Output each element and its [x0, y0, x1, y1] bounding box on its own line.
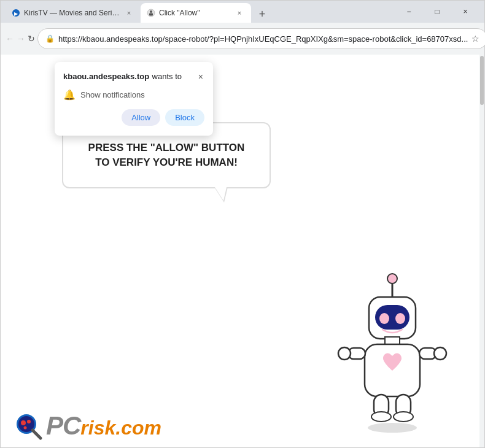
svg-point-26: [24, 427, 27, 430]
bell-icon: 🔔: [63, 89, 76, 101]
new-tab-button[interactable]: +: [254, 6, 271, 23]
scrollbar-thumb: [480, 56, 484, 105]
minimize-button[interactable]: −: [395, 2, 423, 21]
svg-point-24: [21, 420, 26, 425]
pcrisk-text-group: PC risk.com: [46, 411, 161, 441]
allow-button[interactable]: Allow: [122, 109, 160, 126]
popup-close-button[interactable]: ×: [197, 71, 204, 83]
bookmark-icon[interactable]: ☆: [471, 34, 479, 44]
tab-2-close[interactable]: ×: [234, 7, 245, 18]
svg-rect-4: [149, 14, 153, 16]
svg-point-25: [27, 420, 31, 423]
permission-text: Show notifications: [80, 90, 145, 99]
url-text: https://kbaou.andespeaks.top/space-robot…: [58, 34, 468, 44]
pcrisk-magnifier-icon: [13, 411, 44, 441]
tab-2-favicon: [147, 9, 155, 17]
speech-text: PRESS THE "ALLOW" BUTTON TO VERIFY YOU'R…: [82, 141, 251, 170]
svg-point-20: [371, 412, 391, 422]
svg-text:▶: ▶: [14, 11, 18, 17]
tab-1[interactable]: ▶ KirisTV — Movies and Series D... ×: [6, 3, 141, 23]
refresh-button[interactable]: ↻: [28, 29, 35, 48]
pc-text: PC: [46, 411, 80, 441]
url-bar[interactable]: 🔒 https://kbaou.andespeaks.top/space-rob…: [37, 28, 485, 49]
risk-text: risk.com: [80, 417, 161, 439]
svg-rect-12: [385, 337, 400, 344]
page-content: kbaou.andespeaks.top wants to × 🔔 Show n…: [1, 55, 484, 447]
notification-popup: kbaou.andespeaks.top wants to × 🔔 Show n…: [55, 62, 213, 136]
svg-point-5: [368, 423, 417, 433]
svg-point-7: [387, 274, 397, 284]
close-button[interactable]: ×: [451, 2, 479, 21]
svg-point-17: [434, 347, 446, 360]
popup-wants-text: wants to: [152, 72, 182, 81]
tab-1-title: KirisTV — Movies and Series D...: [24, 9, 120, 17]
tab-2[interactable]: Click "Allow" ×: [141, 3, 251, 23]
popup-header: kbaou.andespeaks.top wants to ×: [63, 71, 204, 83]
popup-site-name: kbaou.andespeaks.top: [63, 72, 149, 81]
scrollbar[interactable]: [479, 55, 484, 447]
svg-point-10: [379, 313, 389, 324]
tab-2-title: Click "Allow": [159, 9, 230, 17]
tab-1-close[interactable]: ×: [123, 7, 134, 18]
svg-line-27: [33, 430, 41, 438]
block-button[interactable]: Block: [165, 109, 204, 126]
maximize-button[interactable]: □: [423, 2, 451, 21]
pcrisk-logo: PC risk.com: [13, 411, 161, 441]
back-button[interactable]: ←: [6, 29, 14, 48]
robot-character: [325, 263, 460, 435]
forward-button[interactable]: →: [17, 29, 25, 48]
address-bar: ← → ↻ 🔒 https://kbaou.andespeaks.top/spa…: [1, 23, 484, 55]
popup-buttons: Allow Block: [63, 109, 204, 126]
popup-site-info: kbaou.andespeaks.top wants to: [63, 71, 182, 82]
lock-icon: 🔒: [45, 34, 55, 43]
tab-1-favicon: ▶: [12, 9, 20, 17]
svg-point-21: [394, 412, 413, 422]
window-controls: − □ ×: [395, 2, 479, 21]
svg-point-11: [395, 313, 405, 324]
svg-point-3: [150, 10, 152, 13]
svg-point-15: [338, 347, 351, 360]
browser-window: ▶ KirisTV — Movies and Series D... × Cli…: [0, 0, 485, 448]
popup-permission: 🔔 Show notifications: [63, 89, 204, 101]
title-bar: ▶ KirisTV — Movies and Series D... × Cli…: [1, 1, 484, 23]
